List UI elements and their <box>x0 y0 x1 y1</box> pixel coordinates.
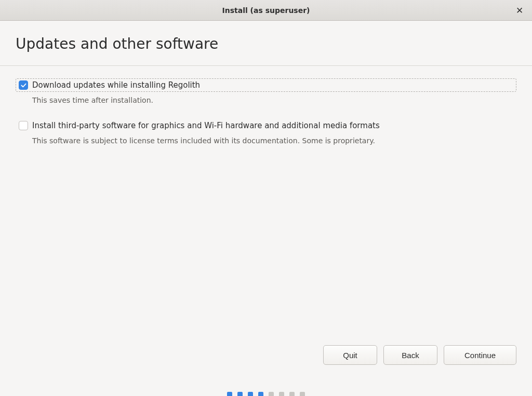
checkbox-third-party[interactable] <box>19 121 28 130</box>
button-bar: Quit Back Continue <box>323 345 516 365</box>
titlebar: Install (as superuser) ✕ <box>0 0 532 21</box>
option-third-party: Install third-party software for graphic… <box>16 119 516 145</box>
option-row-third-party[interactable]: Install third-party software for graphic… <box>16 119 516 132</box>
description-download-updates: This saves time after installation. <box>32 96 516 104</box>
progress-indicator <box>0 392 532 396</box>
window-title: Install (as superuser) <box>222 6 310 15</box>
quit-button[interactable]: Quit <box>323 345 377 365</box>
progress-dot <box>279 392 284 396</box>
content-area: Updates and other software Download upda… <box>0 21 532 396</box>
continue-button[interactable]: Continue <box>444 345 516 365</box>
check-icon <box>20 82 27 89</box>
progress-dot <box>289 392 295 396</box>
option-download-updates: Download updates while installing Regoli… <box>16 78 516 104</box>
label-download-updates: Download updates while installing Regoli… <box>32 80 200 90</box>
page-title: Updates and other software <box>16 35 516 52</box>
progress-dot <box>237 392 243 396</box>
page-header: Updates and other software <box>0 21 532 65</box>
close-button[interactable]: ✕ <box>513 4 526 17</box>
checkbox-download-updates[interactable] <box>19 80 28 90</box>
option-row-download-updates[interactable]: Download updates while installing Regoli… <box>16 78 516 92</box>
close-icon: ✕ <box>516 5 523 16</box>
progress-dot <box>258 392 263 396</box>
description-third-party: This software is subject to license term… <box>32 136 516 145</box>
progress-dot <box>248 392 253 396</box>
back-button[interactable]: Back <box>383 345 437 365</box>
progress-dot <box>269 392 274 396</box>
progress-dot <box>300 392 305 396</box>
progress-dot <box>227 392 232 396</box>
label-third-party: Install third-party software for graphic… <box>32 121 380 130</box>
